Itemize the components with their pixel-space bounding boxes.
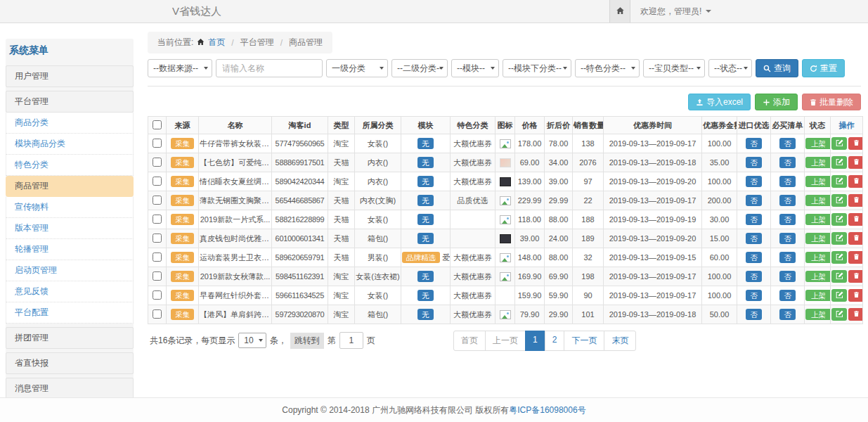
row-checkbox[interactable] (153, 139, 162, 148)
row-checkbox[interactable] (153, 215, 162, 224)
page-2-button[interactable]: 2 (545, 331, 565, 351)
must-buy-toggle[interactable]: 否 (779, 138, 796, 149)
next-page-button[interactable]: 下一页 (564, 331, 604, 351)
import-select-toggle[interactable]: 否 (746, 290, 762, 301)
delete-button[interactable] (848, 194, 863, 207)
sidebar-item-3[interactable]: 模块商品分类 (6, 134, 134, 155)
row-checkbox[interactable] (153, 158, 162, 167)
must-buy-toggle[interactable]: 否 (779, 233, 796, 244)
delete-button[interactable] (848, 213, 863, 226)
select-all-checkbox[interactable] (153, 120, 162, 129)
jump-button[interactable]: 跳转到 (290, 333, 324, 349)
name-search-input[interactable] (216, 59, 323, 77)
import-select-toggle[interactable]: 否 (746, 176, 762, 187)
import-excel-button[interactable]: 导入excel (688, 94, 751, 110)
filter-select-6[interactable]: --状态-- (708, 59, 752, 77)
import-select-toggle[interactable]: 否 (746, 252, 762, 263)
status-badge[interactable]: 上架 (805, 271, 831, 282)
filter-select-data-source[interactable]: --数据来源-- (148, 59, 212, 77)
delete-button[interactable] (848, 175, 863, 188)
must-buy-toggle[interactable]: 否 (779, 214, 796, 225)
delete-button[interactable] (848, 156, 863, 169)
delete-button[interactable] (848, 308, 863, 321)
import-select-toggle[interactable]: 否 (746, 233, 762, 244)
sidebar-item-10[interactable]: 意见反馈 (6, 281, 134, 302)
filter-select-3[interactable]: --模块下分类-- (503, 59, 571, 77)
search-button[interactable]: 查询 (756, 59, 798, 77)
edit-button[interactable] (831, 137, 847, 150)
edit-button[interactable] (831, 289, 847, 302)
delete-button[interactable] (848, 289, 863, 302)
must-buy-toggle[interactable]: 否 (779, 157, 796, 168)
jump-page-input[interactable] (339, 332, 363, 349)
edit-button[interactable] (831, 156, 847, 169)
sidebar-item-11[interactable]: 平台配置 (6, 302, 134, 324)
sidebar-item-0[interactable]: 用户管理 (6, 65, 134, 87)
breadcrumb-home-link[interactable]: 首页 (208, 37, 225, 49)
import-select-toggle[interactable]: 否 (746, 157, 762, 168)
import-select-toggle[interactable]: 否 (746, 271, 762, 282)
status-badge[interactable]: 上架 (805, 176, 831, 187)
filter-select-0[interactable]: 一级分类 (326, 59, 388, 77)
must-buy-toggle[interactable]: 否 (779, 252, 796, 263)
sidebar-item-5[interactable]: 商品管理 (6, 176, 134, 197)
status-badge[interactable]: 上架 (805, 290, 831, 301)
status-badge[interactable]: 上架 (805, 138, 831, 149)
edit-button[interactable] (831, 308, 847, 321)
import-select-toggle[interactable]: 否 (746, 195, 762, 206)
status-badge[interactable]: 上架 (805, 157, 831, 168)
sidebar-item-12[interactable]: 拼团管理 (6, 327, 134, 349)
sidebar-item-8[interactable]: 轮播管理 (6, 239, 134, 260)
row-checkbox[interactable] (153, 234, 162, 243)
must-buy-toggle[interactable]: 否 (779, 271, 796, 282)
sidebar-item-6[interactable]: 宣传物料 (6, 197, 134, 218)
edit-button[interactable] (831, 213, 847, 226)
user-menu[interactable]: 欢迎您，管理员! (640, 6, 711, 18)
edit-button[interactable] (831, 232, 847, 245)
prev-page-button[interactable]: 上一页 (485, 331, 526, 351)
per-page-select[interactable]: 10 (238, 333, 266, 348)
delete-button[interactable] (848, 251, 863, 264)
sidebar-item-7[interactable]: 版本管理 (6, 218, 134, 239)
sidebar-item-9[interactable]: 启动页管理 (6, 260, 134, 281)
sidebar-item-14[interactable]: 消息管理 (6, 378, 134, 399)
filter-select-1[interactable]: --二级分类-- (391, 59, 448, 77)
filter-select-4[interactable]: --特色分类-- (575, 59, 640, 77)
must-buy-toggle[interactable]: 否 (779, 290, 796, 301)
status-badge[interactable]: 上架 (805, 233, 831, 244)
first-page-button[interactable]: 首页 (453, 331, 486, 351)
status-badge[interactable]: 上架 (805, 309, 831, 320)
must-buy-toggle[interactable]: 否 (779, 195, 796, 206)
delete-button[interactable] (848, 270, 863, 283)
must-buy-toggle[interactable]: 否 (779, 309, 796, 320)
edit-button[interactable] (831, 175, 847, 188)
row-checkbox[interactable] (153, 271, 162, 281)
filter-select-2[interactable]: --模块-- (451, 59, 499, 77)
sidebar-item-4[interactable]: 特色分类 (6, 155, 134, 176)
sidebar-item-2[interactable]: 商品分类 (6, 113, 134, 134)
import-select-toggle[interactable]: 否 (746, 214, 762, 225)
status-badge[interactable]: 上架 (805, 195, 831, 206)
row-checkbox[interactable] (153, 177, 162, 186)
import-select-toggle[interactable]: 否 (746, 138, 762, 149)
filter-select-5[interactable]: --宝贝类型-- (643, 59, 705, 77)
edit-button[interactable] (831, 251, 847, 264)
must-buy-toggle[interactable]: 否 (779, 176, 796, 187)
edit-button[interactable] (831, 270, 847, 283)
icp-link[interactable]: 粤ICP备16098006号 (509, 404, 585, 416)
row-checkbox[interactable] (153, 309, 162, 319)
page-1-button[interactable]: 1 (525, 331, 545, 351)
home-button[interactable] (609, 0, 630, 23)
row-checkbox[interactable] (153, 290, 162, 300)
add-button[interactable]: 添加 (755, 94, 798, 110)
import-select-toggle[interactable]: 否 (746, 309, 762, 320)
edit-button[interactable] (831, 194, 847, 207)
delete-button[interactable] (848, 137, 863, 150)
row-checkbox[interactable] (153, 252, 162, 262)
last-page-button[interactable]: 末页 (604, 331, 636, 351)
sidebar-item-1[interactable]: 平台管理 (6, 91, 134, 113)
batch-delete-button[interactable]: 批量删除 (802, 94, 861, 110)
sidebar-item-13[interactable]: 省直快报 (6, 352, 134, 374)
delete-button[interactable] (848, 232, 863, 245)
status-badge[interactable]: 上架 (805, 214, 831, 225)
